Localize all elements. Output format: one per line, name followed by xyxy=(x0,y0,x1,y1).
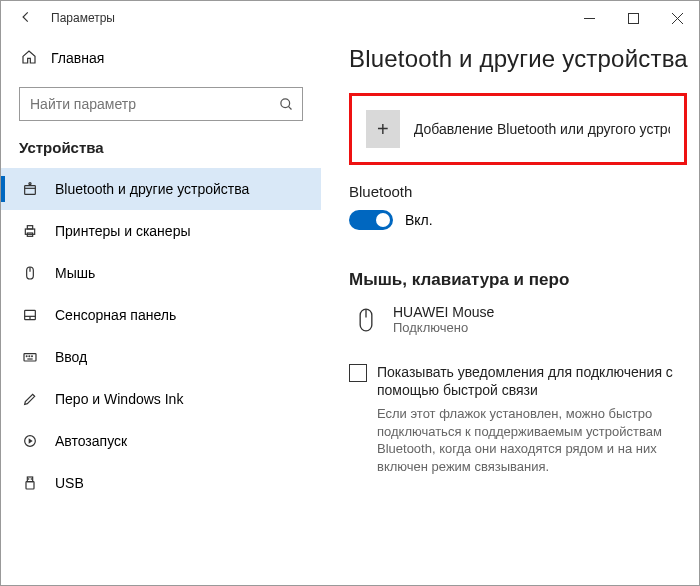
bluetooth-toggle[interactable] xyxy=(349,210,393,230)
svg-point-20 xyxy=(29,356,30,357)
add-device-label: Добавление Bluetooth или другого устройс… xyxy=(414,121,670,137)
bluetooth-icon xyxy=(21,181,39,197)
home-label: Главная xyxy=(51,50,104,66)
sidebar-item-bluetooth[interactable]: Bluetooth и другие устройства xyxy=(1,168,321,210)
svg-rect-1 xyxy=(628,13,638,23)
sidebar-item-mouse[interactable]: Мышь xyxy=(1,252,321,294)
sidebar-item-touchpad[interactable]: Сенсорная панель xyxy=(1,294,321,336)
sidebar-item-label: Ввод xyxy=(55,349,87,365)
svg-line-5 xyxy=(288,106,291,109)
svg-marker-24 xyxy=(29,438,33,443)
sidebar-item-label: Перо и Windows Ink xyxy=(55,391,183,407)
sidebar-item-label: USB xyxy=(55,475,84,491)
printer-icon xyxy=(21,223,39,239)
search-box[interactable] xyxy=(19,87,303,121)
plus-icon: + xyxy=(366,110,400,148)
title-bar: Параметры xyxy=(1,1,699,35)
sidebar-item-usb[interactable]: USB xyxy=(1,462,321,504)
sidebar-item-label: Bluetooth и другие устройства xyxy=(55,181,249,197)
keyboard-icon xyxy=(21,349,39,365)
svg-rect-11 xyxy=(27,226,32,229)
swift-pair-helper: Если этот флажок установлен, можно быстр… xyxy=(349,405,687,475)
sidebar-item-typing[interactable]: Ввод xyxy=(1,336,321,378)
sidebar-item-label: Автозапуск xyxy=(55,433,127,449)
swift-pair-label: Показывать уведомления для подключения с… xyxy=(377,363,687,399)
svg-point-19 xyxy=(26,356,27,357)
sidebar-item-label: Сенсорная панель xyxy=(55,307,176,323)
sidebar: Главная Устройства Bluetooth и другие ус… xyxy=(1,35,321,585)
device-status: Подключено xyxy=(393,320,494,335)
svg-rect-26 xyxy=(26,482,34,489)
close-button[interactable] xyxy=(655,1,699,35)
home-icon xyxy=(21,49,37,68)
autoplay-icon xyxy=(21,433,39,449)
sidebar-item-autoplay[interactable]: Автозапуск xyxy=(1,420,321,462)
add-device-highlight: + Добавление Bluetooth или другого устро… xyxy=(349,93,687,165)
mouse-icon xyxy=(21,265,39,281)
home-link[interactable]: Главная xyxy=(1,39,321,77)
touchpad-icon xyxy=(21,307,39,323)
mouse-device-icon xyxy=(353,304,379,334)
search-icon xyxy=(270,97,302,112)
svg-rect-6 xyxy=(25,186,36,195)
content-pane: Bluetooth и другие устройства + Добавлен… xyxy=(321,35,699,585)
sidebar-item-label: Принтеры и сканеры xyxy=(55,223,190,239)
svg-point-4 xyxy=(280,98,289,107)
svg-rect-18 xyxy=(24,354,36,361)
sidebar-nav: Bluetooth и другие устройства Принтеры и… xyxy=(1,168,321,504)
window-title: Параметры xyxy=(51,11,115,25)
sidebar-item-pen[interactable]: Перо и Windows Ink xyxy=(1,378,321,420)
sidebar-item-printers[interactable]: Принтеры и сканеры xyxy=(1,210,321,252)
pen-icon xyxy=(21,391,39,407)
swift-pair-checkbox[interactable] xyxy=(349,364,367,382)
back-button[interactable] xyxy=(15,10,37,27)
page-title: Bluetooth и другие устройства xyxy=(349,45,687,73)
minimize-button[interactable] xyxy=(567,1,611,35)
add-device-button[interactable]: + Добавление Bluetooth или другого устро… xyxy=(366,110,670,148)
sidebar-item-label: Мышь xyxy=(55,265,95,281)
bluetooth-section-label: Bluetooth xyxy=(349,183,687,200)
bluetooth-toggle-state: Вкл. xyxy=(405,212,433,228)
devices-section-header: Мышь, клавиатура и перо xyxy=(349,270,687,290)
device-item[interactable]: HUAWEI Mouse Подключено xyxy=(349,304,687,335)
maximize-button[interactable] xyxy=(611,1,655,35)
svg-point-21 xyxy=(32,356,33,357)
search-input[interactable] xyxy=(20,96,270,112)
usb-icon xyxy=(21,475,39,491)
device-name: HUAWEI Mouse xyxy=(393,304,494,320)
sidebar-header: Устройства xyxy=(1,135,321,168)
